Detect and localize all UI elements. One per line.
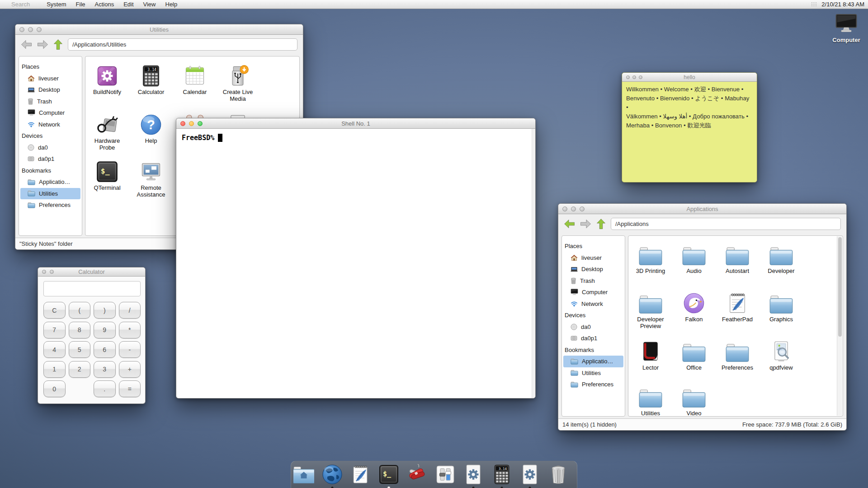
calc-button-3[interactable]: 3: [94, 361, 116, 378]
menu-search[interactable]: Search: [11, 1, 30, 8]
dock-qterminal[interactable]: [378, 464, 399, 485]
folder-3d-printing[interactable]: 3D Printing: [629, 243, 672, 274]
folder-developer-preview[interactable]: Developer Preview: [629, 291, 672, 329]
menubar-clock[interactable]: 2/10/21 8:43 AM: [821, 1, 864, 8]
sidebar-item-applications-selected[interactable]: Applicatio…: [563, 356, 623, 367]
minimize-button[interactable]: [571, 206, 576, 211]
close-button[interactable]: [180, 121, 185, 126]
up-button[interactable]: [53, 39, 63, 50]
maximize-button[interactable]: [198, 121, 203, 126]
sidebar-item-preferences[interactable]: Preferences: [562, 379, 625, 390]
folder-autostart[interactable]: Autostart: [716, 243, 759, 274]
sidebar-item-liveuser[interactable]: liveuser: [19, 73, 82, 84]
vertical-scrollbar[interactable]: [837, 236, 842, 416]
calc-button-1[interactable]: 1: [43, 361, 66, 378]
app-icon-qterminal[interactable]: QTerminal: [86, 160, 128, 191]
forward-button[interactable]: [37, 40, 48, 49]
folder-office[interactable]: Office: [673, 339, 715, 371]
sidebar-item-computer[interactable]: Computer: [19, 107, 82, 119]
dock-utilities[interactable]: [406, 464, 427, 485]
sidebar-item-preferences[interactable]: Preferences: [19, 199, 82, 211]
calc-button-minus[interactable]: -: [119, 341, 141, 358]
sidebar-item-computer[interactable]: Computer: [562, 286, 625, 298]
shell-titlebar[interactable]: Shell No. 1: [176, 118, 535, 129]
up-button[interactable]: [596, 218, 606, 230]
sidebar-item-trash[interactable]: Trash: [19, 96, 82, 108]
calc-button-7[interactable]: 7: [43, 322, 66, 338]
maximize-button[interactable]: [639, 75, 642, 79]
sidebar-item-da0p1[interactable]: da0p1: [19, 153, 82, 165]
dock-display-preferences[interactable]: [435, 464, 456, 485]
terminal-scrollbar[interactable]: [532, 129, 535, 398]
utilities-titlebar[interactable]: Utilities: [15, 24, 303, 35]
back-button[interactable]: [21, 40, 32, 49]
app-icon-hardware-probe[interactable]: Hardware Probe: [86, 113, 128, 151]
maximize-button[interactable]: [580, 206, 585, 211]
applications-titlebar[interactable]: Applications: [558, 204, 846, 214]
minimize-button[interactable]: [28, 27, 33, 32]
menu-view[interactable]: View: [143, 1, 156, 8]
app-icon-remote-assistance[interactable]: Remote Assistance: [130, 160, 172, 198]
dock-calculator[interactable]: [491, 464, 512, 485]
calc-button-open-paren[interactable]: (: [69, 302, 91, 319]
sidebar-item-da0[interactable]: da0: [562, 321, 625, 333]
menu-actions[interactable]: Actions: [95, 1, 114, 8]
folder-utilities[interactable]: Utilities: [629, 385, 672, 417]
calc-button-clear[interactable]: C: [43, 302, 66, 319]
dock-system-settings-2[interactable]: [519, 464, 540, 485]
sidebar-item-desktop[interactable]: Desktop: [562, 263, 625, 275]
desktop-computer-icon[interactable]: Computer: [827, 14, 865, 43]
sidebar-item-applications[interactable]: Applicatio…: [19, 176, 82, 188]
note-text[interactable]: Willkommen • Welcome • 欢迎 • Bienvenue • …: [622, 82, 757, 182]
close-button[interactable]: [626, 75, 630, 79]
calc-button-2[interactable]: 2: [69, 361, 91, 378]
app-icon-featherpad[interactable]: FeatherPad: [716, 291, 759, 323]
menubar-drag-handle-icon[interactable]: [811, 2, 817, 7]
dock-system-settings[interactable]: [463, 464, 484, 485]
sidebar-item-da0[interactable]: da0: [19, 142, 82, 154]
close-button[interactable]: [562, 206, 567, 211]
menu-system[interactable]: System: [47, 1, 66, 8]
sidebar-item-trash[interactable]: Trash: [562, 275, 625, 287]
app-icon-buildnotify[interactable]: BuildNotify: [86, 64, 128, 95]
sidebar-item-utilities[interactable]: Utilities: [562, 367, 625, 379]
calc-button-multiply[interactable]: *: [119, 322, 141, 338]
close-button[interactable]: [42, 270, 46, 274]
close-button[interactable]: [19, 27, 24, 32]
calc-button-decimal[interactable]: .: [94, 380, 116, 397]
sidebar-item-network[interactable]: Network: [19, 119, 82, 131]
minimize-button[interactable]: [189, 121, 194, 126]
calculator-titlebar[interactable]: Calculator: [38, 267, 145, 277]
app-icon-create-live-media[interactable]: Create Live Media: [217, 64, 259, 102]
app-icon-qpdfview[interactable]: qpdfview: [760, 339, 802, 371]
calculator-display[interactable]: [43, 281, 141, 296]
path-field[interactable]: /Applications: [611, 218, 841, 230]
sidebar-item-da0p1[interactable]: da0p1: [562, 333, 625, 344]
minimize-button[interactable]: [50, 270, 54, 274]
sidebar-item-network[interactable]: Network: [562, 298, 625, 310]
menu-edit[interactable]: Edit: [123, 1, 133, 8]
menu-help[interactable]: Help: [165, 1, 178, 8]
calc-button-equals[interactable]: =: [119, 380, 141, 397]
folder-graphics[interactable]: Graphics: [760, 291, 802, 323]
app-icon-calculator[interactable]: Calculator: [130, 64, 172, 95]
dock-file-manager[interactable]: [293, 464, 314, 485]
calc-button-4[interactable]: 4: [43, 341, 66, 358]
dock-trash[interactable]: [548, 464, 569, 485]
calc-button-plus[interactable]: +: [119, 361, 141, 378]
app-icon-calendar[interactable]: Calendar: [174, 64, 216, 95]
folder-audio[interactable]: Audio: [673, 243, 715, 274]
sidebar-item-liveuser[interactable]: liveuser: [562, 252, 625, 264]
app-icon-falkon[interactable]: Falkon: [673, 291, 715, 323]
dock-featherpad[interactable]: [350, 464, 371, 485]
note-titlebar[interactable]: hello: [622, 73, 757, 82]
menu-file[interactable]: File: [76, 1, 85, 8]
back-button[interactable]: [564, 219, 575, 229]
minimize-button[interactable]: [632, 75, 636, 79]
scrollbar-thumb[interactable]: [838, 237, 842, 337]
calc-button-8[interactable]: 8: [69, 322, 91, 338]
folder-video[interactable]: Video: [673, 385, 715, 417]
calc-button-6[interactable]: 6: [94, 341, 116, 358]
dock-web-browser[interactable]: [322, 464, 343, 485]
forward-button[interactable]: [580, 219, 591, 229]
